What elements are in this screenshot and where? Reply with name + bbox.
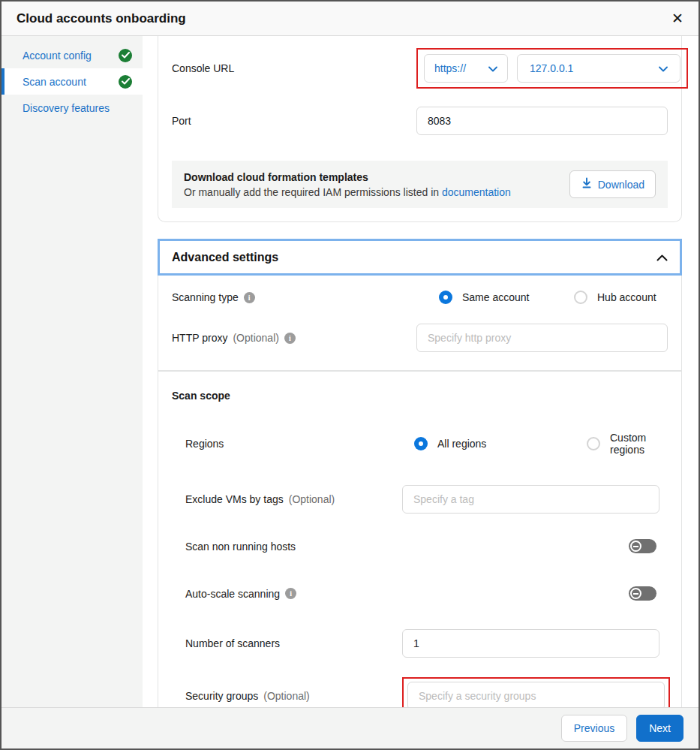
info-icon: i — [284, 333, 296, 344]
sidebar-item-label: Scan account — [23, 76, 86, 88]
toggle-off-knob — [630, 541, 641, 552]
scan-scope-title: Scan scope — [172, 390, 668, 402]
step-complete-check-icon — [119, 49, 132, 62]
radio-unselected-icon — [574, 291, 587, 304]
exclude-vms-label: Exclude VMs by tags (Optional) — [185, 493, 402, 505]
sidebar-item-scan-account[interactable]: Scan account — [2, 68, 143, 95]
close-icon[interactable]: ✕ — [671, 11, 683, 26]
security-groups-input[interactable] — [407, 682, 665, 707]
exclude-vms-input[interactable] — [402, 485, 659, 514]
console-url-label: Console URL — [172, 62, 416, 74]
num-scanners-input[interactable] — [402, 629, 659, 658]
http-proxy-row: HTTP proxy (Optional) i — [172, 324, 668, 352]
download-templates-strip: Download cloud formation templates Or ma… — [172, 161, 668, 208]
connection-settings-panel: Console URL https:// 127.0.0.1 — [158, 36, 682, 222]
scanning-type-label: Scanning type i — [172, 291, 416, 303]
scanning-type-row: Scanning type i Same account Hub account — [172, 291, 668, 304]
auto-scale-toggle[interactable] — [629, 586, 656, 601]
security-groups-label: Security groups (Optional) — [185, 690, 402, 702]
regions-options: All regions Custom regions — [402, 432, 668, 456]
auto-scale-label: Auto-scale scanning i — [185, 588, 402, 600]
dialog-title: Cloud accounts onboarding — [17, 11, 186, 26]
radio-same-account[interactable]: Same account — [439, 291, 574, 304]
info-icon: i — [285, 588, 296, 599]
radio-all-regions[interactable]: All regions — [414, 437, 587, 450]
http-proxy-label: HTTP proxy (Optional) i — [172, 332, 416, 344]
optional-text: (Optional) — [233, 332, 278, 344]
chevron-up-icon — [656, 252, 668, 264]
dialog-header: Cloud accounts onboarding ✕ — [2, 2, 698, 36]
protocol-dropdown[interactable]: https:// — [424, 54, 508, 83]
toggle-off-knob — [630, 588, 641, 599]
chevron-down-icon — [488, 62, 497, 74]
exclude-vms-row: Exclude VMs by tags (Optional) — [185, 485, 668, 514]
sidebar-item-label: Discovery features — [23, 102, 110, 114]
dialog-footer: Previous Next — [2, 707, 698, 748]
sidebar-item-account-config[interactable]: Account config — [2, 42, 143, 68]
next-button[interactable]: Next — [636, 715, 683, 742]
http-proxy-label-text: HTTP proxy — [172, 332, 227, 344]
security-groups-label-text: Security groups — [185, 690, 258, 702]
scan-scope-panel: Scan scope Regions All regions Custom re… — [158, 371, 682, 707]
console-host-dropdown[interactable]: 127.0.0.1 — [517, 54, 680, 83]
regions-row: Regions All regions Custom regions — [185, 432, 668, 456]
auto-scale-label-text: Auto-scale scanning — [185, 588, 280, 600]
scanning-type-label-text: Scanning type — [172, 291, 239, 303]
radio-label: Custom regions — [610, 432, 668, 456]
chevron-down-icon — [659, 62, 668, 74]
radio-selected-icon — [414, 437, 428, 450]
download-templates-title: Download cloud formation templates — [184, 171, 511, 183]
dialog-body: Account config Scan account Discovery fe… — [2, 36, 698, 707]
documentation-link[interactable]: documentation — [442, 186, 511, 198]
info-icon: i — [244, 292, 255, 303]
radio-unselected-icon — [587, 437, 600, 450]
download-button[interactable]: Download — [569, 170, 656, 198]
advanced-settings-title: Advanced settings — [172, 251, 278, 264]
security-groups-annotation-box — [402, 677, 670, 707]
download-button-label: Download — [598, 179, 644, 191]
download-templates-subtitle: Or manually add the required IAM permiss… — [184, 186, 511, 198]
radio-label: All regions — [437, 438, 486, 450]
step-content: Console URL https:// 127.0.0.1 — [143, 36, 698, 707]
exclude-vms-label-text: Exclude VMs by tags — [185, 493, 284, 505]
radio-custom-regions[interactable]: Custom regions — [587, 432, 668, 456]
download-icon — [581, 177, 593, 191]
protocol-dropdown-value: https:// — [434, 62, 466, 74]
step-complete-check-icon — [119, 75, 132, 89]
scan-non-running-label: Scan non running hosts — [185, 541, 402, 553]
http-proxy-input[interactable] — [416, 324, 668, 352]
radio-label: Same account — [462, 291, 530, 303]
console-host-dropdown-value: 127.0.0.1 — [530, 62, 573, 74]
radio-selected-icon — [439, 291, 452, 304]
advanced-settings-header[interactable]: Advanced settings — [158, 239, 682, 276]
port-label: Port — [172, 115, 416, 127]
previous-button[interactable]: Previous — [561, 715, 627, 742]
sidebar-item-discovery-features[interactable]: Discovery features — [2, 95, 143, 121]
optional-text: (Optional) — [289, 493, 335, 505]
port-row: Port — [172, 107, 668, 135]
regions-label: Regions — [185, 438, 402, 450]
download-subtitle-text: Or manually add the required IAM permiss… — [184, 186, 442, 198]
scanning-type-options: Same account Hub account — [416, 291, 656, 304]
scan-non-running-row: Scan non running hosts — [185, 539, 668, 553]
advanced-settings-panel: Scanning type i Same account Hub account — [158, 276, 682, 371]
port-input[interactable] — [416, 107, 668, 135]
console-url-annotation-box: https:// 127.0.0.1 — [416, 48, 688, 89]
cloud-accounts-onboarding-dialog: Cloud accounts onboarding ✕ Account conf… — [0, 0, 700, 750]
sidebar-item-label: Account config — [23, 50, 92, 62]
num-scanners-label: Number of scanners — [185, 637, 402, 649]
download-templates-text: Download cloud formation templates Or ma… — [184, 171, 511, 198]
radio-label: Hub account — [597, 291, 656, 303]
auto-scale-row: Auto-scale scanning i — [185, 586, 668, 601]
steps-sidebar: Account config Scan account Discovery fe… — [2, 36, 143, 707]
optional-text: (Optional) — [263, 690, 309, 702]
console-url-row: Console URL https:// 127.0.0.1 — [172, 48, 668, 89]
scan-non-running-toggle[interactable] — [629, 539, 656, 553]
num-scanners-row: Number of scanners — [185, 629, 668, 658]
radio-hub-account[interactable]: Hub account — [574, 291, 656, 304]
security-groups-row: Security groups (Optional) — [185, 677, 668, 707]
